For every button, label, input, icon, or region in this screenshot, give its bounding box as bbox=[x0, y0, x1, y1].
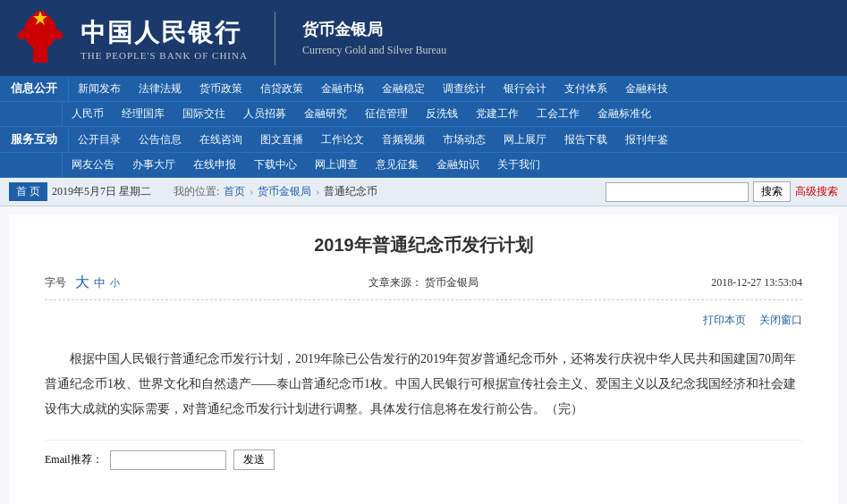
nav-item-audio[interactable]: 音频视频 bbox=[373, 127, 434, 152]
font-medium-btn[interactable]: 中 bbox=[94, 275, 106, 291]
nav-row1-items: 新闻发布 法律法规 货币政策 信贷政策 金融市场 金融稳定 调查统计 银行会计 … bbox=[69, 76, 847, 101]
source-label: 文章来源： bbox=[368, 276, 422, 289]
nav-item-treasury[interactable]: 经理国库 bbox=[113, 102, 174, 126]
article-title: 2019年普通纪念币发行计划 bbox=[45, 233, 802, 257]
breadcrumb-bar: 首 页 2019年5月7日 星期二 我的位置: 首页 › 货币金银局 › 普通纪… bbox=[0, 178, 847, 206]
nav-item-payment[interactable]: 支付体系 bbox=[555, 76, 616, 101]
nav-item-yearbook[interactable]: 报刊年鉴 bbox=[616, 127, 677, 152]
search-button[interactable]: 搜索 bbox=[753, 181, 791, 202]
bureau-text: 货币金银局 Currency Gold and Silver Bureau bbox=[302, 19, 446, 57]
article-date: 2018-12-27 13:53:04 bbox=[550, 276, 802, 290]
nav-item-currency-policy[interactable]: 货币政策 bbox=[191, 76, 251, 101]
nav-row2-items: 人民币 经理国库 国际交往 人员招募 金融研究 征信管理 反洗钱 党建工作 工会… bbox=[63, 102, 847, 126]
nav-item-about[interactable]: 关于我们 bbox=[488, 153, 549, 177]
font-label: 字号 bbox=[45, 275, 66, 290]
breadcrumb: 首 页 2019年5月7日 星期二 我的位置: 首页 › 货币金银局 › 普通纪… bbox=[9, 182, 377, 201]
nav-item-bank-accounting[interactable]: 银行会计 bbox=[495, 76, 555, 101]
bank-name-en: THE PEOPLE'S BANK OF CHINA bbox=[80, 50, 248, 61]
nav-row-4: 网友公告 办事大厅 在线申报 下载中心 网上调查 意见征集 金融知识 关于我们 bbox=[0, 153, 847, 178]
email-send-button[interactable]: 发送 bbox=[233, 449, 275, 470]
breadcrumb-sep2: › bbox=[316, 185, 319, 198]
bureau-name-en: Currency Gold and Silver Bureau bbox=[302, 44, 446, 56]
nav-row-1: 信息公开 新闻发布 法律法规 货币政策 信贷政策 金融市场 金融稳定 调查统计 … bbox=[0, 76, 847, 102]
nav-item-credit[interactable]: 征信管理 bbox=[356, 102, 417, 126]
article-body: 根据中国人民银行普通纪念币发行计划，2019年除已公告发行的2019年贺岁普通纪… bbox=[45, 347, 802, 422]
content-area: 2019年普通纪念币发行计划 字号 大 中 小 文章来源： 货币金银局 2018… bbox=[9, 215, 838, 504]
nav-item-fintech[interactable]: 金融科技 bbox=[616, 76, 677, 101]
nav-item-financial-stability[interactable]: 金融稳定 bbox=[373, 76, 434, 101]
nav-item-paper[interactable]: 工作论文 bbox=[312, 127, 373, 152]
nav-item-download[interactable]: 下载中心 bbox=[245, 153, 306, 177]
nav-item-announcement[interactable]: 公告信息 bbox=[130, 127, 191, 152]
nav-item-credit-policy[interactable]: 信贷政策 bbox=[251, 76, 312, 101]
nav-item-financial-research[interactable]: 金融研究 bbox=[295, 102, 356, 126]
breadcrumb-path-home[interactable]: 首页 bbox=[224, 184, 245, 199]
svg-rect-1 bbox=[33, 45, 47, 63]
article-meta: 字号 大 中 小 文章来源： 货币金银局 2018-12-27 13:53:04 bbox=[45, 273, 802, 300]
navigation: 信息公开 新闻发布 法律法规 货币政策 信贷政策 金融市场 金融稳定 调查统计 … bbox=[0, 76, 847, 178]
nav-label-empty1 bbox=[0, 102, 63, 126]
nav-item-market[interactable]: 市场动态 bbox=[434, 127, 495, 152]
nav-item-reports[interactable]: 报告下载 bbox=[555, 127, 616, 152]
nav-label-info: 信息公开 bbox=[0, 76, 69, 101]
breadcrumb-sep1: › bbox=[250, 185, 253, 198]
email-input[interactable] bbox=[110, 450, 226, 470]
logo-text: 中国人民银行 THE PEOPLE'S BANK OF CHINA bbox=[80, 16, 248, 61]
nav-item-survey[interactable]: 调查统计 bbox=[434, 76, 495, 101]
nav-row-2: 人民币 经理国库 国际交往 人员招募 金融研究 征信管理 反洗钱 党建工作 工会… bbox=[0, 102, 847, 127]
advanced-search-link[interactable]: 高级搜索 bbox=[795, 184, 838, 199]
nav-item-union[interactable]: 工会工作 bbox=[528, 102, 589, 126]
source-value: 货币金银局 bbox=[425, 276, 479, 289]
search-input[interactable] bbox=[606, 182, 749, 202]
bank-emblem-icon bbox=[13, 9, 67, 67]
email-label: Email推荐： bbox=[45, 452, 103, 467]
nav-item-feedback[interactable]: 意见征集 bbox=[367, 153, 428, 177]
nav-item-survey2[interactable]: 网上调查 bbox=[306, 153, 367, 177]
print-row: 打印本页 关闭窗口 bbox=[45, 307, 802, 333]
nav-item-law[interactable]: 法律法规 bbox=[130, 76, 191, 101]
nav-item-consult[interactable]: 在线咨询 bbox=[191, 127, 251, 152]
nav-item-online-report[interactable]: 在线申报 bbox=[184, 153, 245, 177]
nav-label-service: 服务互动 bbox=[0, 127, 69, 152]
breadcrumb-date: 2019年5月7日 星期二 bbox=[52, 184, 151, 199]
nav-row4-items: 网友公告 办事大厅 在线申报 下载中心 网上调查 意见征集 金融知识 关于我们 bbox=[63, 153, 847, 177]
font-small-btn[interactable]: 小 bbox=[110, 276, 120, 290]
nav-item-knowledge[interactable]: 金融知识 bbox=[428, 153, 488, 177]
nav-item-international[interactable]: 国际交往 bbox=[174, 102, 234, 126]
nav-item-broadcast[interactable]: 图文直播 bbox=[251, 127, 312, 152]
bureau-name-cn: 货币金银局 bbox=[302, 19, 446, 40]
nav-item-financial-market[interactable]: 金融市场 bbox=[312, 76, 373, 101]
nav-item-party[interactable]: 党建工作 bbox=[467, 102, 528, 126]
breadcrumb-path-bureau[interactable]: 货币金银局 bbox=[258, 184, 311, 199]
nav-item-aml[interactable]: 反洗钱 bbox=[417, 102, 467, 126]
close-link[interactable]: 关闭窗口 bbox=[759, 313, 802, 328]
breadcrumb-location-label: 我的位置: bbox=[174, 184, 219, 199]
nav-item-netizen[interactable]: 网友公告 bbox=[63, 153, 123, 177]
breadcrumb-path-current: 普通纪念币 bbox=[324, 184, 377, 199]
print-link[interactable]: 打印本页 bbox=[703, 313, 746, 328]
nav-label-empty2 bbox=[0, 153, 63, 177]
nav-item-catalog[interactable]: 公开目录 bbox=[69, 127, 130, 152]
nav-item-recruit[interactable]: 人员招募 bbox=[234, 102, 295, 126]
header-divider bbox=[275, 12, 275, 65]
nav-row-3: 服务互动 公开目录 公告信息 在线咨询 图文直播 工作论文 音频视频 市场动态 … bbox=[0, 127, 847, 153]
nav-item-news[interactable]: 新闻发布 bbox=[69, 76, 130, 101]
header: 中国人民银行 THE PEOPLE'S BANK OF CHINA 货币金银局 … bbox=[0, 0, 847, 76]
font-large-btn[interactable]: 大 bbox=[75, 273, 89, 292]
bank-name-cn: 中国人民银行 bbox=[80, 16, 248, 50]
logo-area: 中国人民银行 THE PEOPLE'S BANK OF CHINA 货币金银局 … bbox=[13, 9, 446, 67]
nav-row3-items: 公开目录 公告信息 在线咨询 图文直播 工作论文 音频视频 市场动态 网上展厅 … bbox=[69, 127, 847, 152]
search-area: 搜索 高级搜索 bbox=[606, 181, 838, 202]
nav-item-office[interactable]: 办事大厅 bbox=[123, 153, 184, 177]
nav-item-rmb[interactable]: 人民币 bbox=[63, 102, 113, 126]
font-size-controls: 字号 大 中 小 bbox=[45, 273, 297, 292]
nav-item-online-hall[interactable]: 网上展厅 bbox=[495, 127, 555, 152]
home-link[interactable]: 首 页 bbox=[9, 182, 47, 201]
nav-item-standards[interactable]: 金融标准化 bbox=[589, 102, 660, 126]
email-row: Email推荐： 发送 bbox=[45, 440, 802, 470]
article-source: 文章来源： 货币金银局 bbox=[297, 275, 549, 290]
